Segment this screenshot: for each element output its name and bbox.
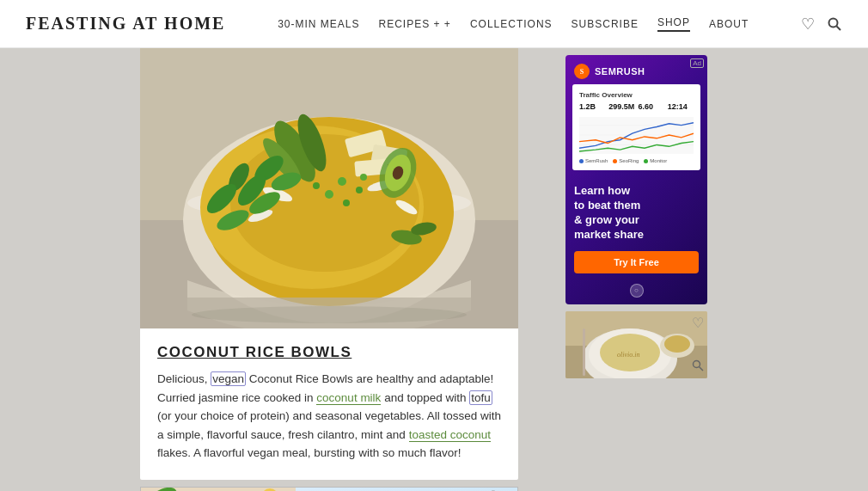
banner-image [141,488,296,491]
ad-badge: Ad [690,58,704,68]
coconut-milk-link[interactable]: coconut milk [316,391,381,405]
heart-icon[interactable]: ♡ [801,15,815,34]
food-image-container [140,48,518,328]
svg-point-38 [192,306,467,323]
stat-2: 299.5M [608,102,634,111]
semrush-body: Learn howto beat them& grow yourmarket s… [565,177,707,284]
thumbnail-heart-icon[interactable]: ♡ [692,315,704,331]
legend-2: SeoRing [613,158,639,163]
svg-text:olivio.in: olivio.in [617,351,639,359]
stat-3: 6.60 [639,102,664,111]
nav-about[interactable]: ABOUT [709,18,749,30]
toasted-coconut-link[interactable]: toasted coconut [409,428,491,442]
stat-4: 12:14 [668,102,694,111]
svg-point-0 [829,18,838,27]
thumbnail-image-svg: olivio.in [565,311,707,378]
legend-dot-2 [613,159,617,163]
semrush-cta-button[interactable]: Try It Free [574,251,699,273]
svg-point-26 [338,177,346,186]
mini-chart [579,116,694,155]
svg-line-1 [837,26,841,30]
body-text-1: Delicious, [157,372,211,385]
semrush-header: S SEMRUSH [565,55,707,84]
chart-legend: SemRush SeoRing Monitor [579,158,694,163]
body-text-5: flakes. A flavorful vegan meal, bursting… [157,446,461,459]
food-image [140,48,518,328]
semrush-info-button[interactable]: ○ [630,284,644,298]
article-title[interactable]: COCONUT RICE BOWLS [157,344,501,361]
svg-line-68 [700,366,704,371]
legend-1: SemRush [579,158,608,163]
nav-30min-meals[interactable]: 30-MIN MEALS [278,18,359,30]
svg-point-31 [313,182,320,189]
site-logo[interactable]: FEASTING AT HOME [26,14,225,34]
chart-stats: 1.2B 299.5M 6.60 12:14 [579,102,694,111]
main-nav: 30-MIN MEALS RECIPES + COLLECTIONS SUBSC… [278,16,749,32]
main-container: COCONUT RICE BOWLS Delicious, vegan Coco… [0,48,868,491]
site-header: FEASTING AT HOME 30-MIN MEALS RECIPES + … [0,0,868,48]
legend-3: Monitor [644,158,667,163]
nav-collections[interactable]: COLLECTIONS [470,18,553,30]
semrush-chart-area: Traffic Overview 1.2B 299.5M 6.60 12:14 [572,84,700,170]
thumbnail-search-icon[interactable] [692,359,704,375]
article-body: Delicious, vegan Coconut Rice Bowls are … [157,370,501,463]
nav-recipes[interactable]: RECIPES + [379,18,451,30]
stat-2-value: 299.5M [608,102,634,111]
semrush-ad: Ad S SEMRUSH Traffic Overview 1.2B 299.5… [565,55,707,304]
legend-dot-1 [579,159,584,163]
semrush-tagline: Learn howto beat them& grow yourmarket s… [574,184,699,242]
traffic-chart-svg [579,116,694,155]
svg-point-29 [343,199,350,206]
svg-rect-66 [583,328,585,376]
tofu-highlight: tofu [469,390,492,405]
content-area: COCONUT RICE BOWLS Delicious, vegan Coco… [0,48,559,491]
header-icons: ♡ [801,15,842,34]
banner-image-svg [141,488,296,491]
stat-1-value: 1.2B [579,102,605,111]
svg-point-30 [360,174,367,181]
semrush-footer: ○ [565,284,707,304]
article-card: COCONUT RICE BOWLS Delicious, vegan Coco… [140,328,518,480]
stat-4-value: 12:14 [668,102,694,111]
svg-point-27 [356,187,363,193]
svg-point-64 [664,335,690,353]
semrush-logo-icon: S [574,64,590,79]
food-image-svg [140,48,518,328]
chart-title: Traffic Overview [579,91,694,99]
nav-subscribe[interactable]: SUBSCRIBE [572,18,639,30]
legend-dot-3 [644,159,648,163]
semrush-logo-text: SEMRUSH [595,66,645,77]
nav-shop[interactable]: SHOP [657,16,690,32]
sidebar-thumbnail: olivio.in ♡ [565,311,707,378]
vegan-highlight: vegan [211,371,246,386]
right-sidebar: Ad S SEMRUSH Traffic Overview 1.2B 299.5… [559,48,705,491]
svg-point-28 [325,190,333,199]
svg-rect-54 [579,117,694,154]
svg-point-67 [694,360,700,367]
stat-3-value: 6.60 [639,102,664,111]
stat-1: 1.2B [579,102,605,111]
bottom-banner: Ad ⓘ [140,487,518,491]
search-icon[interactable] [827,16,842,32]
body-text-3: and topped with [381,391,469,404]
